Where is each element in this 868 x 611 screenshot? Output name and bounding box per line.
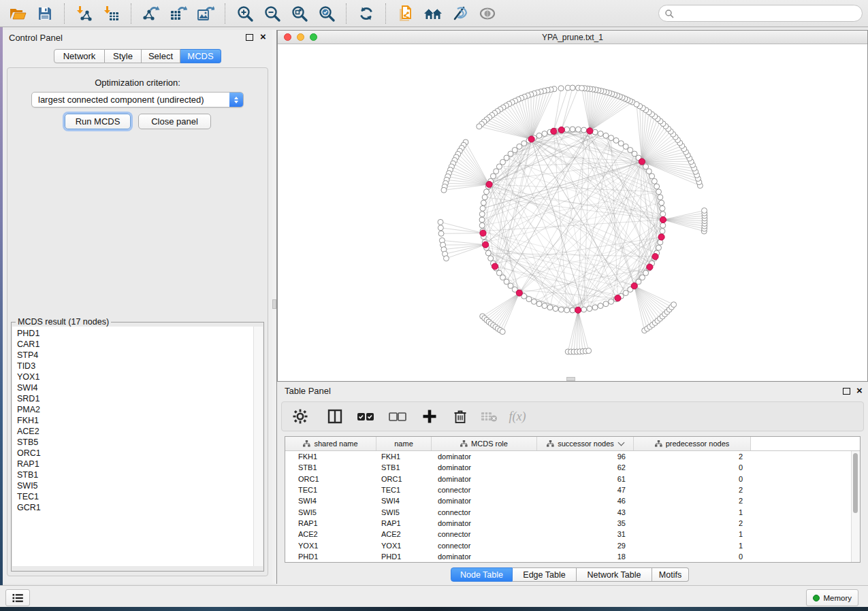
network-node[interactable] <box>485 250 491 256</box>
network-node[interactable] <box>581 307 587 312</box>
list-scrollbar[interactable] <box>253 327 263 566</box>
tab-motifs[interactable]: Motifs <box>652 567 689 582</box>
run-mcds-button[interactable]: Run MCDS <box>65 114 131 129</box>
mcds-node[interactable] <box>528 136 534 142</box>
mcds-result-item[interactable]: SRD1 <box>17 393 253 404</box>
optimization-criterion-select[interactable]: largest connected component (undirected) <box>31 92 244 108</box>
mcds-node[interactable] <box>658 234 664 240</box>
select-all-rows-icon[interactable] <box>357 408 374 425</box>
mcds-node[interactable] <box>483 242 489 248</box>
network-node[interactable] <box>477 124 482 129</box>
network-node[interactable] <box>656 189 661 195</box>
table-row[interactable]: SWI4SWI4dominator462 <box>285 495 860 506</box>
tab-node-table[interactable]: Node Table <box>451 567 513 582</box>
table-row[interactable]: YOX1YOX1connector291 <box>285 540 860 550</box>
network-node[interactable] <box>603 133 609 138</box>
float-table-panel-icon[interactable] <box>843 388 850 395</box>
column-header-predecessor-nodes[interactable]: predecessor nodes <box>634 437 751 450</box>
network-node[interactable] <box>634 101 639 107</box>
table-row[interactable]: ACE2ACE2connector311 <box>285 529 860 540</box>
mcds-result-item[interactable]: FKH1 <box>17 415 253 426</box>
tab-edge-table[interactable]: Edge Table <box>513 567 577 582</box>
mcds-result-item[interactable]: GCR1 <box>17 502 253 513</box>
network-node[interactable] <box>654 184 660 189</box>
network-canvas[interactable] <box>278 44 867 381</box>
tab-mcds[interactable]: MCDS <box>180 49 221 63</box>
network-node[interactable] <box>609 299 614 304</box>
network-node[interactable] <box>671 302 677 308</box>
network-node[interactable] <box>443 256 449 261</box>
refresh-icon[interactable] <box>353 2 380 25</box>
close-table-panel-icon[interactable]: × <box>856 387 863 394</box>
network-node[interactable] <box>479 212 485 217</box>
network-node[interactable] <box>660 205 665 211</box>
table-row[interactable]: RAP1RAP1dominator352 <box>285 518 860 529</box>
mcds-node[interactable] <box>647 264 653 270</box>
float-window-icon[interactable] <box>246 34 253 41</box>
network-node[interactable] <box>494 169 499 174</box>
memory-button[interactable]: Memory <box>806 589 858 606</box>
mcds-result-item[interactable]: STB1 <box>17 469 253 480</box>
network-node[interactable] <box>598 303 603 308</box>
network-node[interactable] <box>484 189 489 195</box>
network-node[interactable] <box>521 141 527 146</box>
network-node[interactable] <box>542 131 547 137</box>
network-node[interactable] <box>609 135 614 141</box>
network-node[interactable] <box>660 222 666 228</box>
mcds-result-item[interactable]: CAR1 <box>17 339 253 350</box>
network-node[interactable] <box>618 141 624 146</box>
network-node[interactable] <box>547 305 553 310</box>
mcds-result-item[interactable]: STP4 <box>17 350 253 361</box>
mcds-node[interactable] <box>639 159 645 165</box>
import-network-icon[interactable] <box>71 2 98 25</box>
delete-columns-icon[interactable] <box>451 408 469 425</box>
network-node[interactable] <box>553 306 558 312</box>
zoom-out-icon[interactable] <box>259 2 286 25</box>
network-node[interactable] <box>500 329 505 335</box>
network-node[interactable] <box>570 85 575 90</box>
network-node[interactable] <box>613 137 619 143</box>
show-graphics-details-icon[interactable] <box>474 2 501 25</box>
network-node[interactable] <box>570 308 575 313</box>
network-node[interactable] <box>479 217 485 222</box>
column-header-name[interactable]: name <box>376 437 432 450</box>
network-node[interactable] <box>558 86 564 91</box>
mcds-result-item[interactable]: SWI5 <box>17 480 253 491</box>
scrollbar-thumb[interactable] <box>853 453 858 513</box>
network-node[interactable] <box>482 195 487 200</box>
mcds-node[interactable] <box>551 128 557 134</box>
network-node[interactable] <box>579 85 585 90</box>
save-session-icon[interactable] <box>31 2 59 25</box>
network-window-titlebar[interactable]: YPA_prune.txt_1 <box>278 31 867 44</box>
network-node[interactable] <box>438 225 443 231</box>
network-node[interactable] <box>587 306 592 312</box>
network-node[interactable] <box>592 305 598 310</box>
horizontal-splitter-handle[interactable] <box>566 377 575 381</box>
panel-splitter[interactable] <box>272 30 277 584</box>
network-node[interactable] <box>496 164 502 169</box>
network-node[interactable] <box>649 174 655 179</box>
network-node[interactable] <box>438 231 444 236</box>
mcds-result-item[interactable]: PHD1 <box>17 328 253 339</box>
deselect-all-rows-icon[interactable] <box>389 408 406 425</box>
mcds-result-item[interactable]: YOX1 <box>17 371 253 382</box>
mcds-node[interactable] <box>486 181 492 187</box>
panel-menu-button[interactable] <box>5 589 30 606</box>
close-panel-icon[interactable]: × <box>260 33 266 40</box>
mcds-node[interactable] <box>516 290 522 296</box>
mcds-node[interactable] <box>652 253 658 259</box>
export-image-icon[interactable] <box>192 2 219 25</box>
mcds-result-item[interactable]: SWI4 <box>17 382 253 393</box>
network-node[interactable] <box>564 127 570 132</box>
import-table-icon[interactable] <box>98 2 125 25</box>
tab-network[interactable]: Network <box>54 49 105 63</box>
network-node[interactable] <box>536 301 542 307</box>
hide-annotations-icon[interactable] <box>447 2 474 25</box>
network-node[interactable] <box>479 222 485 228</box>
network-node[interactable] <box>643 270 649 276</box>
network-home-icon[interactable] <box>419 2 447 25</box>
network-node[interactable] <box>652 178 657 184</box>
tab-style[interactable]: Style <box>105 49 142 63</box>
table-row[interactable]: STB1STB1dominator620 <box>285 462 860 473</box>
add-column-icon[interactable] <box>421 408 438 425</box>
